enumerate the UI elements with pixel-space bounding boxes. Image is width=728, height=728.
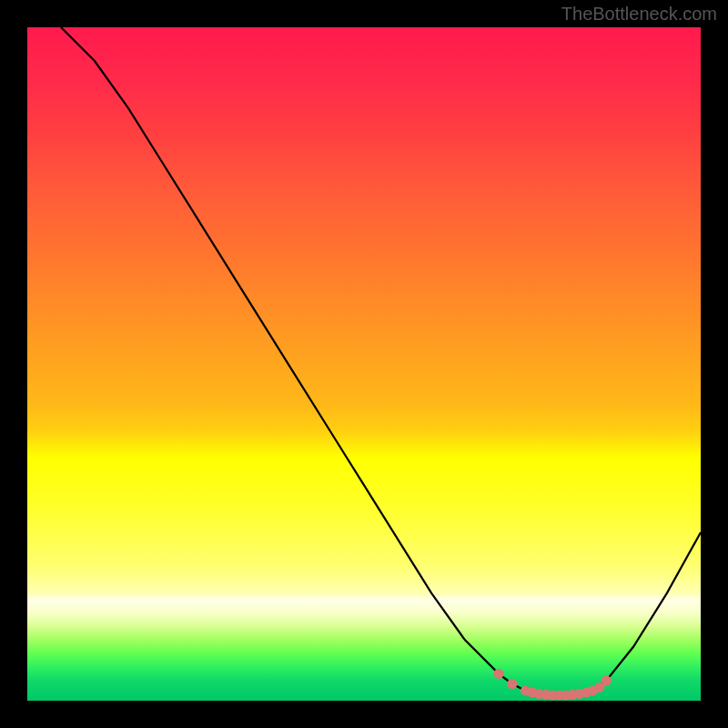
- marker-dot: [602, 675, 612, 685]
- marker-dots-group: [494, 669, 612, 701]
- curve-line: [61, 27, 701, 695]
- marker-dot: [507, 679, 517, 689]
- marker-dot: [494, 669, 504, 679]
- chart-plot-area: [27, 27, 701, 701]
- chart-svg: [27, 27, 701, 701]
- watermark-text: TheBottleneck.com: [561, 4, 717, 25]
